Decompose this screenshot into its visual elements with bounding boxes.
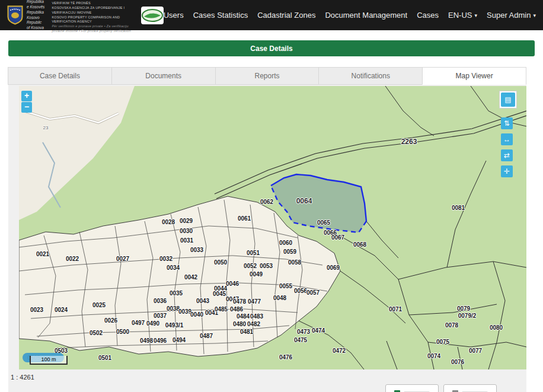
parcel-label: 0030 [180,228,193,234]
parcel-label: 0079 [457,305,470,312]
agency-title-line: Për verifikimin e pronave private • Za v… [52,24,135,34]
parcel-label: 0475 [294,337,307,343]
parcel-label: 0074 [427,353,440,359]
republic-title-line: Republika e Kosovës [27,0,46,10]
map-tool-buttons: ⇅↔⇄✛ [501,117,513,177]
republic-title-line: Republika Kosovo [27,10,46,21]
parcel-label: 0482 [247,321,260,327]
parcel-label: 0056 [294,288,307,294]
agency-title-line: AGJENCIA KOSOVARE PËR KRAHASIM DHE VERIF… [52,0,135,6]
agency-title-line: KOSOVO PROPERTY COMPARISON AND VERIFICAT… [52,15,135,25]
parcel-label: 0483 [250,313,263,320]
parcel-label: 0477 [248,298,261,305]
nav-link-users[interactable]: Users [164,11,184,20]
parcel-label: 0069 [327,264,340,271]
parcel-label: 0021 [36,251,49,257]
parcel-label: 0038 [167,305,180,312]
parcel-label: 0032 [159,256,173,262]
nav-link-cadastrial-zones[interactable]: Cadastrial Zones [257,11,315,20]
map-panel: 2263008100620064006500660067006800610060… [8,85,526,392]
parcel-label: 0490 [146,320,159,327]
parcel-label: 0476 [279,354,292,361]
tab-documents[interactable]: Documents [111,67,216,85]
parcel-label: 0049 [250,271,263,278]
parcel-label: 0023 [30,307,43,313]
parcel-label: 0484 [237,313,250,320]
tab-reports[interactable]: Reports [215,67,320,85]
parcel-labels: 2263008100620064006500660067006800610060… [19,86,526,369]
parcel-label: 0047 [226,296,239,302]
parcel-label: 0497 [132,320,145,326]
parcel-label: 0061 [238,215,251,222]
parcel-label: 0496 [154,337,167,344]
parcel-label: 0059 [283,248,296,255]
parcel-label: 0026 [104,317,117,324]
map-viewer[interactable]: 2263008100620064006500660067006800610060… [19,86,526,369]
parcel-label: 0067 [331,234,344,241]
agency-title-lines: AGJENCIA KOSOVARE PËR KRAHASIM DHE VERIF… [52,0,135,34]
parcel-label: 0077 [469,348,482,354]
navbar-links: UsersCases StatisticsCadastrial ZonesDoc… [164,11,536,20]
zoom-out-button[interactable]: − [21,102,32,113]
parcel-label: 0044 [214,285,227,292]
parcel-label: 0493/1 [165,322,184,329]
parcel-label: 0078 [445,322,458,329]
parcel-label: 0041 [205,310,218,316]
parcel-label: 0022 [66,256,79,262]
parcel-label: 0071 [389,306,402,313]
parcel-label: 0485 [215,306,228,313]
parcel-label: 0081 [452,205,465,211]
parcel-label: 0064 [296,197,312,205]
parcel-label: 0480 [233,321,246,327]
parcel-label: 0057 [306,289,320,296]
parcel-label: 0042 [184,274,197,281]
case-details-page: Republika e KosovësRepublika KosovoRepub… [0,0,543,392]
parcel-label: 0034 [167,264,180,271]
parcel-label: 0501 [98,355,111,361]
parcel-label: 0500 [116,329,129,335]
tab-case-details[interactable]: Case Details [8,67,112,85]
zoom-in-button[interactable]: + [21,91,32,101]
language-dropdown[interactable]: EN-US [448,11,477,20]
pan-icon[interactable]: ✛ [501,165,513,177]
parcel-label: 0486 [230,306,243,313]
parcel-label: 0487 [200,333,213,339]
swap-vertical-icon[interactable]: ⇅ [501,117,513,129]
parcel-label: 0058 [288,259,301,266]
parcel-label: 0055 [279,283,292,289]
parcel-label: 0076 [451,359,464,365]
parcel-label: 0068 [353,241,366,248]
measure-horizontal-icon[interactable]: ↔ [501,133,513,145]
parcel-label: 0478 [233,298,246,305]
compare-layers-icon[interactable]: ⇄ [501,149,513,161]
page-title: Case Details [250,44,292,53]
parcel-label: 0036 [154,298,167,304]
parcel-label: 0025 [92,302,106,308]
nav-link-document-management[interactable]: Document Management [325,11,407,20]
nav-link-cases-statistics[interactable]: Cases Statistics [193,11,248,20]
parcel-label: 0481 [240,329,253,335]
layers-icon[interactable]: ▤ [501,93,515,107]
parcel-label: 0498 [140,337,153,344]
agency-title-line: KOSOVSKA AGENCIJA ZA UPOREĐIVANJE I VERI… [52,6,135,15]
top-navbar: Republika e KosovësRepublika KosovoRepub… [0,0,543,30]
parcel-label: 2263 [401,138,417,146]
parcel-label: 0080 [490,324,503,331]
map-scale-ratio: 1 : 4261 [11,374,34,381]
parcel-label: 0033 [190,247,203,253]
tab-notifications[interactable]: Notifications [318,67,423,85]
parcel-label: 0079/2 [458,313,477,319]
parcel-label: 0473 [297,329,310,335]
parcel-label: 0045 [213,291,226,297]
user-menu-dropdown[interactable]: Super Admin [487,11,536,20]
footer-action-button-1[interactable] [385,384,439,392]
parcel-label: 0060 [279,240,292,246]
parcel-label: 0037 [154,313,167,319]
parcel-label: 0040 [190,311,203,318]
parcel-label: 0472 [333,348,346,354]
tab-map-viewer[interactable]: Map Viewer [422,67,526,85]
footer-actions [385,384,497,392]
footer-action-button-2[interactable] [443,384,497,392]
nav-link-cases[interactable]: Cases [417,11,439,20]
parcel-label: 0043 [196,298,209,304]
